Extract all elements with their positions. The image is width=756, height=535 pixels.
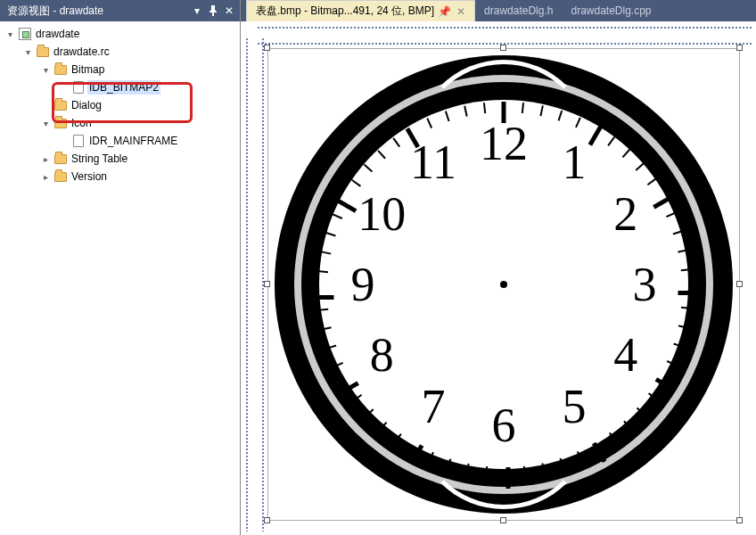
clock-numeral: 9 bbox=[351, 257, 375, 312]
tree-item[interactable]: ▾drawdate bbox=[0, 25, 240, 43]
tree-item[interactable]: IDR_MAINFRAME bbox=[0, 132, 240, 150]
tree-item[interactable]: IDB_BITMAP2 bbox=[0, 78, 240, 96]
clock-numeral: 6 bbox=[492, 398, 516, 453]
resize-handle[interactable] bbox=[264, 517, 270, 523]
expand-icon[interactable] bbox=[39, 99, 52, 111]
tree-item[interactable]: ▾Bitmap bbox=[0, 61, 240, 78]
pin-icon[interactable]: 📌 bbox=[438, 5, 451, 18]
clock-numeral: 8 bbox=[370, 327, 394, 383]
tree-label: String Table bbox=[70, 152, 129, 166]
clock-numeral: 4 bbox=[613, 327, 637, 383]
folder-icon bbox=[53, 152, 68, 166]
resize-handle[interactable] bbox=[736, 45, 743, 51]
panel-header: 资源视图 - drawdate ▾ ✕ bbox=[0, 0, 240, 21]
clock-numeral: 1 bbox=[563, 135, 587, 190]
document-icon bbox=[71, 80, 86, 95]
expand-icon[interactable] bbox=[57, 135, 70, 147]
tree-label: Dialog bbox=[70, 98, 103, 112]
tab-label: drawdateDlg.h bbox=[484, 4, 553, 17]
pin-icon[interactable] bbox=[206, 4, 220, 18]
ruler-left bbox=[244, 37, 248, 531]
close-icon[interactable]: ✕ bbox=[456, 5, 465, 18]
panel-menu-icon[interactable]: ▾ bbox=[190, 4, 204, 18]
expand-icon[interactable]: ▾ bbox=[4, 28, 16, 40]
close-icon[interactable]: ✕ bbox=[222, 4, 236, 18]
bitmap-editor: 121234567891011 bbox=[241, 21, 756, 535]
resize-handle[interactable] bbox=[264, 45, 270, 51]
folder-icon bbox=[53, 169, 68, 184]
expand-icon[interactable]: ▸ bbox=[39, 152, 52, 165]
expand-icon[interactable]: ▸ bbox=[39, 170, 52, 183]
resize-handle[interactable] bbox=[736, 517, 743, 523]
resize-handle[interactable] bbox=[736, 281, 743, 287]
folder-icon bbox=[53, 98, 68, 112]
tick-mark bbox=[506, 467, 511, 489]
tab[interactable]: drawdateDlg.cpp bbox=[562, 0, 660, 21]
clock-numeral: 7 bbox=[422, 379, 446, 434]
clock-numeral: 2 bbox=[613, 186, 637, 242]
tick-mark bbox=[678, 291, 700, 295]
expand-icon[interactable]: ▾ bbox=[21, 45, 34, 58]
tree-label: drawdate.rc bbox=[52, 45, 111, 59]
expand-icon[interactable]: ▾ bbox=[39, 63, 52, 76]
clock-numeral: 12 bbox=[480, 116, 528, 171]
document-icon bbox=[71, 134, 86, 148]
resize-handle[interactable] bbox=[500, 517, 506, 523]
tab[interactable]: 表盘.bmp - Bitmap...491, 24 位, BMP]📌✕ bbox=[246, 0, 475, 21]
panel-title: 资源视图 - drawdate bbox=[7, 4, 188, 19]
resize-handle[interactable] bbox=[500, 45, 506, 51]
tick-mark bbox=[313, 295, 334, 300]
clock-numeral: 10 bbox=[357, 186, 406, 242]
resize-handle[interactable] bbox=[264, 281, 270, 287]
resource-view-panel: 资源视图 - drawdate ▾ ✕ ▾drawdate▾drawdate.r… bbox=[0, 0, 241, 535]
folder-icon bbox=[53, 62, 68, 77]
expand-icon[interactable] bbox=[57, 81, 70, 94]
tree-item[interactable]: ▾Icon bbox=[0, 114, 240, 132]
tree-item[interactable]: ▸Version bbox=[0, 168, 240, 185]
clock-numeral: 11 bbox=[410, 135, 456, 190]
expand-icon[interactable]: ▾ bbox=[39, 117, 52, 129]
tree-label: Bitmap bbox=[70, 62, 106, 77]
tab-label: drawdateDlg.cpp bbox=[571, 4, 651, 17]
tree-label: IDR_MAINFRAME bbox=[87, 134, 179, 148]
tab[interactable]: drawdateDlg.h bbox=[475, 0, 562, 21]
tree-label: Version bbox=[70, 169, 109, 184]
tree-item[interactable]: ▸String Table bbox=[0, 150, 240, 168]
tree-item[interactable]: Dialog bbox=[0, 96, 240, 114]
tree-label: drawdate bbox=[34, 27, 81, 41]
clock-numeral: 3 bbox=[633, 257, 657, 312]
resource-icon bbox=[18, 27, 32, 41]
tab-bar: 表盘.bmp - Bitmap...491, 24 位, BMP]📌✕drawd… bbox=[241, 0, 756, 21]
tree-item[interactable]: ▾drawdate.rc bbox=[0, 43, 240, 61]
tree-label: Icon bbox=[70, 116, 94, 130]
ruler-top bbox=[257, 25, 752, 29]
tab-label: 表盘.bmp - Bitmap...491, 24 位, BMP] bbox=[256, 4, 434, 19]
resource-tree: ▾drawdate▾drawdate.rc▾BitmapIDB_BITMAP2D… bbox=[0, 21, 240, 535]
tree-label: IDB_BITMAP2 bbox=[87, 80, 160, 95]
clock-numeral: 5 bbox=[563, 379, 587, 434]
clock-image: 121234567891011 bbox=[267, 48, 740, 521]
folder-icon bbox=[53, 116, 68, 130]
folder-icon bbox=[36, 45, 50, 59]
